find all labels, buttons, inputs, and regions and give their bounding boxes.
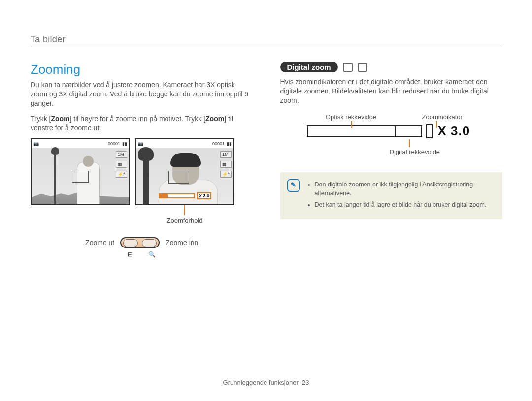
- footer-section: Grunnleggende funksjoner: [223, 379, 299, 386]
- battery-icon: ▮▮: [122, 141, 127, 146]
- callout-line: [409, 139, 410, 147]
- zoom-range-diagram: Optisk rekkevidde Zoomindikator X 3.0 Di…: [280, 113, 503, 155]
- zoom-keyword: Zoom: [51, 115, 69, 123]
- zoom-indicator-marker: [426, 124, 433, 138]
- callout-line: [436, 121, 437, 128]
- text: ] til høyre for å zoome inn på motivet. …: [70, 115, 205, 123]
- subsection-header: Digital zoom: [280, 62, 503, 72]
- right-column: Digital zoom Hvis zoomindikatoren er i d…: [280, 62, 503, 258]
- osd-flash-icon: ⚡ᴬ: [220, 171, 232, 178]
- camera-mode-icon: [343, 63, 353, 72]
- zoom-ratio-label: X 3.0: [197, 192, 211, 199]
- label-digital-range: Digital rekkevidde: [390, 148, 503, 155]
- page-header: Ta bilder: [31, 34, 502, 47]
- two-column-layout: Zooming Du kan ta nærbilder ved å juster…: [31, 62, 502, 258]
- osd-flash-icon: ⚡ᴬ: [116, 171, 127, 178]
- camera-icon: 📷: [138, 141, 143, 146]
- preview-topbar: 📷 00001 ▮▮: [136, 139, 233, 148]
- note-box: ✎ Den digitale zoomen er ikk tilgjengeli…: [280, 172, 503, 219]
- text: Trykk [: [31, 115, 51, 123]
- scene-lamp: [54, 148, 56, 205]
- af-frame: [72, 171, 89, 183]
- zoom-rocker-button[interactable]: [120, 237, 160, 248]
- battery-icon: ▮▮: [227, 141, 232, 146]
- osd-quality-icon: ▦: [116, 161, 127, 168]
- osd-indicators: 1M ▦ ⚡ᴬ: [220, 151, 232, 178]
- zoom-keyword: Zoom: [205, 115, 224, 123]
- callout-line: [184, 205, 185, 215]
- zoom-icons-row: ⊟ 🔍: [31, 251, 253, 258]
- note-list: Den digitale zoomen er ikk tilgjengelig …: [308, 180, 494, 210]
- zoom-control-row: Zoome ut Zoome inn: [31, 237, 253, 248]
- note-item: Den digitale zoomen er ikk tilgjengelig …: [315, 180, 494, 199]
- camera-preview-pair: 📷 00001 ▮▮ 1M ▦ ⚡ᴬ: [31, 138, 253, 205]
- shot-counter: 00001: [108, 141, 120, 146]
- zooming-instructions: Trykk [Zoom] til høyre for å zoome inn p…: [31, 114, 253, 133]
- video-mode-icon: [358, 63, 367, 72]
- zoom-value-readout: X 3.0: [438, 123, 470, 139]
- note-item: Det kan ta langer tid å lagre et bilde n…: [315, 200, 494, 210]
- footer-page-number: 23: [302, 379, 309, 386]
- scene-lamp: [143, 148, 149, 205]
- note-icon: ✎: [287, 179, 300, 192]
- zooming-intro: Du kan ta nærbilder ved å justere zoomen…: [31, 80, 253, 108]
- zoom-in-label: Zoome inn: [166, 239, 198, 247]
- scene-person: [77, 162, 100, 205]
- camera-preview-zoomed: 📷 00001 ▮▮ 1M ▦ ⚡ᴬ: [135, 138, 234, 205]
- camera-icon: 📷: [33, 141, 39, 146]
- page-footer: Grunnleggende funksjoner 23: [0, 379, 532, 386]
- section-title-zooming: Zooming: [31, 62, 253, 77]
- zoom-out-icon: ⊟: [128, 251, 133, 258]
- shot-counter: 00001: [212, 141, 225, 146]
- zoom-ratio-caption: Zoomforhold: [135, 217, 234, 224]
- osd-resolution-icon: 1M: [220, 151, 232, 158]
- scene-hair: [170, 153, 201, 167]
- camera-preview-wide: 📷 00001 ▮▮ 1M ▦ ⚡ᴬ: [31, 138, 130, 205]
- osd-indicators: 1M ▦ ⚡ᴬ: [116, 151, 127, 178]
- label-optical-range: Optisk rekkevidde: [307, 113, 396, 121]
- callout-line: [351, 121, 352, 128]
- label-zoom-indicator: Zoomindikator: [422, 113, 463, 121]
- zoom-in-icon: 🔍: [148, 251, 156, 258]
- preview-topbar: 📷 00001 ▮▮: [32, 139, 129, 148]
- zoom-out-label: Zoome ut: [85, 239, 114, 247]
- digital-range-segment: [396, 125, 422, 137]
- left-column: Zooming Du kan ta nærbilder ved å juster…: [31, 62, 253, 258]
- osd-resolution-icon: 1M: [116, 151, 127, 158]
- digital-zoom-intro: Hvis zoomindikatoren er i det digitale o…: [280, 77, 503, 105]
- af-frame: [168, 171, 189, 184]
- zoom-ratio-bar: X 3.0: [159, 192, 211, 199]
- osd-quality-icon: ▦: [220, 161, 232, 168]
- digital-zoom-pill: Digital zoom: [280, 62, 338, 72]
